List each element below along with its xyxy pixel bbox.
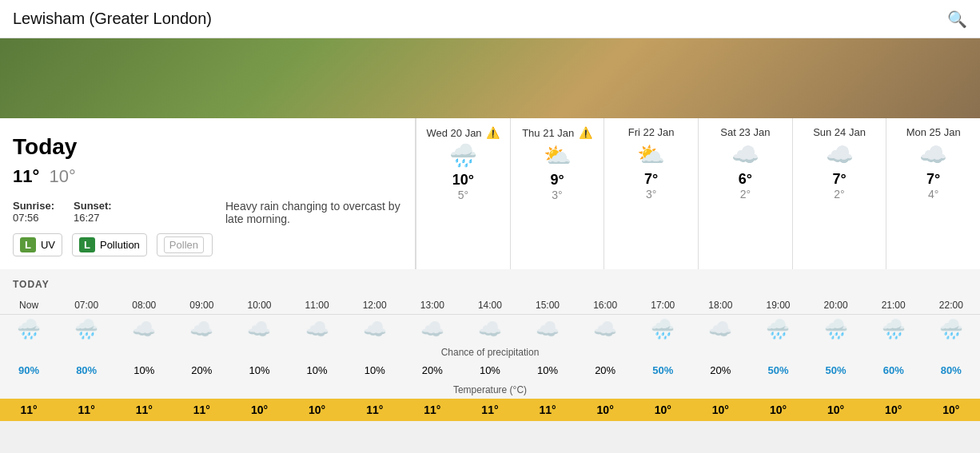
temp-value: 11°: [461, 399, 519, 421]
time-header: 17:00: [634, 296, 691, 315]
temp-value: 11°: [115, 399, 173, 421]
precip-value: 10%: [115, 361, 173, 379]
hourly-weather-icon: 🌧️: [74, 318, 98, 340]
temp-label: Temperature (°C): [0, 379, 980, 399]
time-header: 20:00: [807, 296, 865, 315]
pollution-label: Pollution: [100, 239, 140, 251]
precip-value: 10%: [289, 361, 346, 379]
time-header: 10:00: [230, 296, 288, 315]
time-header: 09:00: [173, 296, 230, 315]
precip-value: 10%: [519, 361, 576, 379]
hourly-weather-icon: 🌧️: [882, 318, 906, 340]
time-header: 14:00: [461, 296, 519, 315]
forecast-day: Wed 20 Jan ⚠️ 🌧️ 10° 5°: [416, 118, 510, 269]
temp-value: 10°: [865, 399, 922, 421]
pollution-value: L: [79, 237, 95, 252]
temp-value: 11°: [58, 399, 115, 421]
forecast-low: 2°: [799, 188, 880, 201]
location-title: Lewisham (Greater London): [13, 10, 212, 28]
hourly-weather-icon: ☁️: [708, 318, 732, 340]
weather-badges: L UV L Pollution Pollen: [13, 233, 213, 256]
forecast-low: 3°: [611, 188, 691, 201]
forecast-strip: Wed 20 Jan ⚠️ 🌧️ 10° 5° Thu 21 Jan ⚠️ ⛅ …: [416, 118, 980, 269]
hourly-weather-icon: 🌧️: [939, 318, 963, 340]
forecast-icon: ☁️: [705, 141, 786, 168]
sunset: Sunset: 16:27: [74, 200, 112, 224]
sunrise: Sunrise: 07:56: [13, 200, 54, 224]
time-header: 07:00: [58, 296, 115, 315]
time-header: Now: [0, 296, 58, 315]
today-high: 11°: [13, 166, 39, 186]
precip-value: 90%: [0, 361, 58, 379]
precip-value: 60%: [865, 361, 922, 379]
precip-value: 50%: [807, 361, 865, 379]
hourly-section-label: TODAY: [0, 279, 980, 296]
today-info-row: Sunrise: 07:56 Sunset: 16:27 L UV: [13, 200, 402, 256]
precip-value: 20%: [691, 361, 749, 379]
precip-value: 10%: [346, 361, 404, 379]
uv-label: UV: [41, 239, 55, 251]
time-header: 22:00: [922, 296, 980, 315]
pollen-badge: Pollen: [157, 233, 213, 256]
forecast-icon: ⛅: [517, 142, 598, 169]
forecast-day: Thu 21 Jan ⚠️ ⛅ 9° 3°: [510, 118, 604, 269]
forecast-high: 7°: [893, 171, 974, 188]
forecast-day: Sat 23 Jan ☁️ 6° 2°: [698, 118, 792, 269]
forecast-day-name: Sun 24 Jan: [799, 126, 880, 138]
search-button[interactable]: 🔍: [947, 10, 967, 29]
uv-badge: L UV: [13, 233, 62, 256]
forecast-day-name: Wed 20 Jan ⚠️: [423, 126, 504, 139]
warning-icon: ⚠️: [486, 126, 500, 139]
hourly-weather-icon: ☁️: [305, 318, 329, 340]
temp-value: 10°: [634, 399, 691, 421]
sunset-time: 16:27: [74, 212, 100, 224]
time-header: 12:00: [346, 296, 404, 315]
forecast-icon: ☁️: [893, 141, 974, 168]
precip-value: 80%: [922, 361, 980, 379]
warning-icon: ⚠️: [579, 126, 592, 139]
temp-value: 10°: [807, 399, 865, 421]
hourly-weather-icon: ☁️: [189, 318, 213, 340]
time-header: 11:00: [289, 296, 346, 315]
hourly-weather-icon: ☁️: [363, 318, 387, 340]
today-low: 10°: [49, 166, 75, 186]
hourly-weather-icon: ☁️: [478, 318, 502, 340]
forecast-high: 9°: [517, 172, 598, 189]
forecast-high: 7°: [611, 171, 691, 188]
precip-label: Chance of precipitation: [0, 344, 980, 361]
hourly-weather-icon: ☁️: [536, 318, 560, 340]
forecast-icon: ☁️: [799, 141, 880, 168]
hourly-table: Now07:0008:0009:0010:0011:0012:0013:0014…: [0, 296, 980, 421]
temp-value: 11°: [173, 399, 230, 421]
forecast-low: 5°: [423, 189, 504, 201]
today-panel: Today 11° 10° Sunrise: 07:56 Sunset: 16:…: [0, 118, 416, 269]
precip-value: 50%: [634, 361, 691, 379]
temp-value: 11°: [0, 399, 58, 421]
forecast-day: Sun 24 Jan ☁️ 7° 2°: [792, 118, 886, 269]
sun-times: Sunrise: 07:56 Sunset: 16:27 L UV: [13, 200, 213, 256]
sunset-label: Sunset:: [74, 200, 112, 212]
forecast-day-name: Fri 22 Jan: [611, 126, 691, 138]
hourly-weather-icon: 🌧️: [824, 318, 848, 340]
today-description: Heavy rain changing to overcast by late …: [225, 200, 401, 225]
time-header: 13:00: [404, 296, 461, 315]
today-temps: 11° 10°: [13, 166, 402, 187]
hourly-weather-icon: ☁️: [247, 318, 271, 340]
hourly-weather-icon: ☁️: [420, 318, 444, 340]
forecast-low: 2°: [705, 188, 786, 201]
forecast-low: 3°: [517, 189, 598, 201]
time-header: 21:00: [865, 296, 922, 315]
temp-value: 10°: [576, 399, 634, 421]
hourly-weather-icon: 🌧️: [766, 318, 790, 340]
forecast-day-name: Sat 23 Jan: [705, 126, 786, 138]
forecast-low: 4°: [893, 188, 974, 201]
hourly-weather-icon: ☁️: [132, 318, 156, 340]
temp-value: 10°: [230, 399, 288, 421]
forecast-day-name: Mon 25 Jan: [893, 126, 974, 138]
hourly-weather-icon: 🌧️: [17, 318, 41, 340]
sunrise-label: Sunrise:: [13, 200, 54, 212]
forecast-day: Fri 22 Jan ⛅ 7° 3°: [604, 118, 698, 269]
header: Lewisham (Greater London) 🔍: [0, 0, 980, 38]
uv-value: L: [20, 237, 36, 252]
pollution-badge: L Pollution: [72, 233, 147, 256]
